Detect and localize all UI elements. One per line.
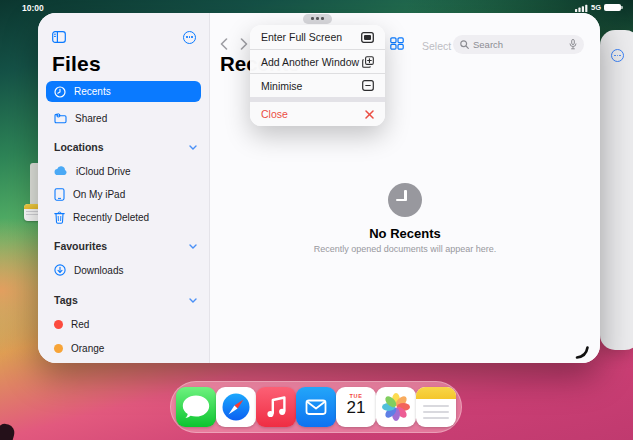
grid-view-icon[interactable] [390, 37, 404, 50]
close-x-icon [365, 110, 374, 119]
empty-state-subtitle: Recently opened documents will appear he… [314, 244, 497, 254]
safari-app-icon[interactable] [216, 387, 256, 427]
download-circle-icon [54, 264, 66, 276]
window-controls-menu: Enter Full Screen Add Another Window Min… [250, 25, 385, 126]
status-time: 10:00 [22, 3, 44, 13]
recents-clock-icon [388, 183, 422, 217]
sidebar-item-on-my-ipad[interactable]: On My iPad [46, 184, 201, 204]
sidebar-item-tag-red[interactable]: Red [46, 314, 201, 334]
search-field[interactable] [453, 35, 584, 54]
menu-item-close[interactable]: Close [250, 102, 385, 126]
cloud-icon [54, 166, 68, 176]
sidebar-item-recents[interactable]: Recents [46, 81, 201, 102]
battery-icon [604, 3, 623, 12]
sidebar-item-label: Recently Deleted [73, 212, 149, 223]
sidebar-section-locations[interactable]: Locations [54, 139, 197, 155]
notes-app-icon[interactable] [416, 387, 456, 427]
chevron-down-icon [189, 145, 197, 150]
search-input[interactable] [473, 39, 565, 50]
select-button[interactable]: Select [422, 40, 451, 52]
sidebar-item-recently-deleted[interactable]: Recently Deleted [46, 207, 201, 227]
minimise-icon [362, 80, 374, 91]
back-chevron-icon[interactable] [220, 38, 232, 50]
status-bar: 10:00 5G [0, 0, 633, 14]
menu-item-add-another-window[interactable]: Add Another Window [250, 49, 385, 73]
photos-app-icon[interactable] [376, 387, 416, 427]
ellipsis-circle-icon[interactable] [611, 49, 624, 62]
sidebar-item-label: iCloud Drive [76, 166, 130, 177]
window-controls-pill[interactable] [303, 14, 332, 24]
menu-item-enter-full-screen[interactable]: Enter Full Screen [250, 25, 385, 49]
cellular-signal-icon [575, 4, 588, 12]
sidebar-item-label: Downloads [74, 265, 123, 276]
empty-state: No Recents Recently opened documents wil… [210, 183, 600, 254]
sidebar-item-downloads[interactable]: Downloads [46, 260, 201, 280]
enter-full-screen-icon [361, 32, 374, 43]
sidebar-item-tag-orange[interactable]: Orange [46, 338, 201, 358]
shared-folder-icon [54, 113, 67, 124]
search-icon [460, 40, 469, 49]
sidebar-item-label: On My iPad [73, 189, 125, 200]
background-window[interactable] [600, 30, 633, 350]
chevron-down-icon [189, 244, 197, 249]
clock-icon [54, 86, 66, 98]
dock: TUE 21 [170, 381, 462, 433]
toggle-sidebar-icon[interactable] [52, 31, 66, 43]
sidebar-title: Files [52, 52, 101, 76]
add-window-icon [362, 56, 374, 68]
ipad-screen: 10:00 5G Files R [0, 0, 633, 440]
sidebar-section-tags[interactable]: Tags [54, 292, 197, 308]
chevron-down-icon [189, 298, 197, 303]
music-app-icon[interactable] [256, 387, 296, 427]
calendar-day: 21 [347, 399, 366, 418]
sidebar-item-label: Red [71, 319, 89, 330]
red-tag-dot-icon [54, 320, 63, 329]
calendar-app-icon[interactable]: TUE 21 [336, 387, 376, 427]
microphone-icon[interactable] [569, 39, 577, 50]
orange-tag-dot-icon [54, 344, 63, 353]
mail-app-icon[interactable] [296, 387, 336, 427]
empty-state-title: No Recents [369, 226, 441, 241]
trash-icon [54, 211, 65, 224]
sidebar-item-label: Recents [74, 86, 111, 97]
sidebar-more-icon[interactable] [183, 31, 196, 44]
sidebar-item-label: Shared [75, 113, 107, 124]
window-resize-handle[interactable] [574, 344, 590, 360]
menu-item-minimise[interactable]: Minimise [250, 73, 385, 97]
sidebar-item-shared[interactable]: Shared [46, 108, 201, 128]
ipad-icon [54, 188, 65, 201]
network-type-label: 5G [591, 3, 601, 12]
sidebar-section-favourites[interactable]: Favourites [54, 238, 197, 254]
messages-app-icon[interactable] [176, 387, 216, 427]
sidebar-item-label: Orange [71, 343, 104, 354]
sidebar: Files Recents Shared Locations [38, 13, 210, 363]
sidebar-item-icloud-drive[interactable]: iCloud Drive [46, 161, 201, 181]
